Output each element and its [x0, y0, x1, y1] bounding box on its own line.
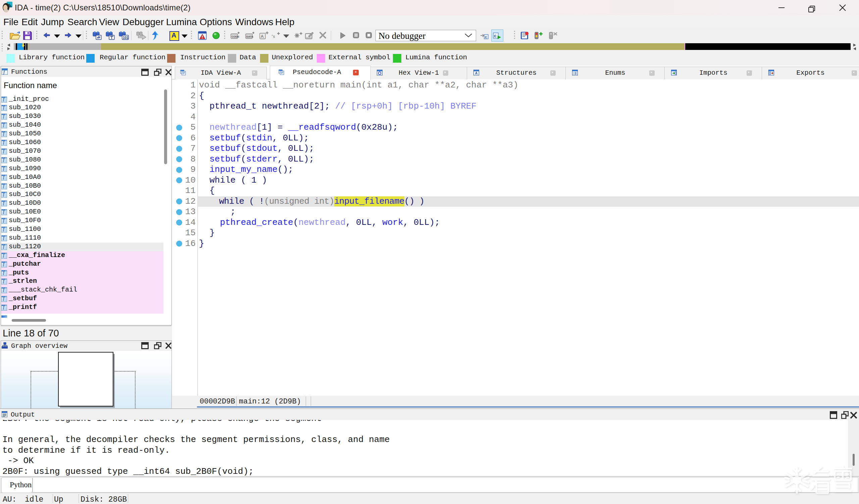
svg-text:101: 101 — [123, 36, 129, 40]
svg-text:c: c — [494, 33, 496, 38]
svg-text:A: A — [261, 34, 264, 39]
svg-text:‘s: ‘s — [271, 34, 275, 39]
svg-text:DATA: DATA — [246, 35, 253, 38]
svg-text:c: c — [485, 35, 487, 39]
svg-text:CODE: CODE — [231, 35, 240, 38]
svg-text:A: A — [475, 72, 478, 75]
